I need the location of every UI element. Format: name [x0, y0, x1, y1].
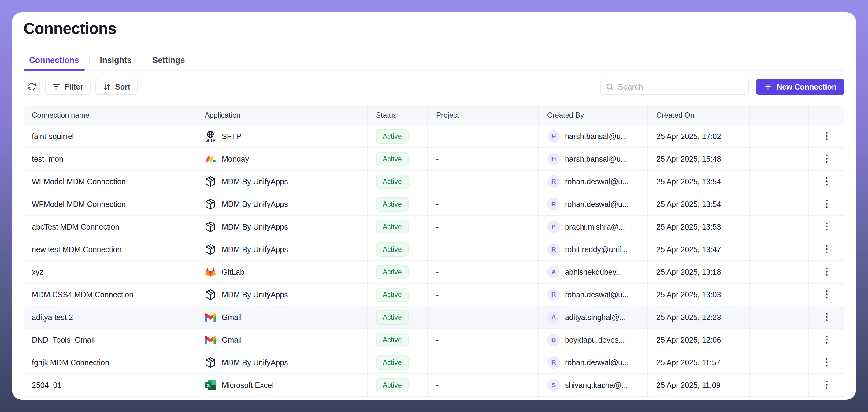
cell-actions: [809, 193, 844, 215]
page-title: Connections: [24, 20, 844, 38]
row-actions-button[interactable]: [819, 219, 834, 234]
created-on-value: 25 Apr 2025, 12:06: [656, 336, 721, 344]
application-name: MDM By UnifyApps: [222, 177, 288, 186]
avatar: P: [547, 220, 560, 233]
status-badge: Active: [376, 310, 409, 324]
cell-actions: [809, 171, 844, 193]
status-badge: Active: [376, 152, 409, 166]
table-row[interactable]: WFModel MDM Connection MDM By UnifyApps …: [24, 171, 844, 193]
cell-connection-name: 2504_01: [24, 374, 196, 396]
application-name: Microsoft Excel: [222, 381, 273, 390]
kebab-icon: [822, 131, 832, 142]
row-actions-button[interactable]: [819, 197, 834, 212]
avatar: R: [547, 356, 560, 369]
cell-empty: [750, 351, 809, 374]
created-on-value: 25 Apr 2025, 13:54: [656, 200, 721, 209]
tab-connections[interactable]: Connections: [24, 50, 85, 70]
cell-created-on: 25 Apr 2025, 13:53: [648, 216, 750, 238]
created-by-email: rohan.deswal@u...: [565, 358, 629, 367]
row-actions-button[interactable]: [819, 287, 834, 302]
tab-insights[interactable]: Insights: [94, 50, 137, 70]
created-by-email: rohan.deswal@u...: [565, 290, 629, 299]
connection-name: WFModel MDM Connection: [32, 200, 126, 209]
status-badge: Active: [376, 378, 409, 392]
cell-empty: [750, 261, 809, 283]
created-by-email: aditya.singhal@...: [565, 313, 626, 322]
table-row[interactable]: WFModel MDM Connection MDM By UnifyApps …: [24, 193, 844, 216]
cell-created-on: 25 Apr 2025, 11:57: [648, 351, 750, 374]
tab-settings[interactable]: Settings: [147, 50, 190, 70]
cell-created-on: 25 Apr 2025, 15:48: [648, 148, 750, 170]
table-row[interactable]: test_mon Monday Active - Hharsh.bansal@u…: [24, 148, 844, 171]
connection-name: new test MDM Connection: [32, 245, 121, 254]
table-row[interactable]: DND_Tools_Gmail Gmail Active - Bboyidapu…: [24, 329, 844, 351]
filter-button[interactable]: Filter: [45, 78, 91, 95]
row-actions-button[interactable]: [819, 377, 834, 393]
application-name: Gmail: [222, 336, 242, 344]
cell-created-by: Rrohan.deswal@u...: [539, 284, 648, 306]
table-row[interactable]: MDM CSS4 MDM Connection MDM By UnifyApps…: [24, 284, 844, 306]
col-connection-name: Connection name: [24, 105, 196, 125]
avatar: R: [547, 175, 560, 188]
table-row[interactable]: faint-squirrel SFTPSFTP Active - Hharsh.…: [24, 125, 844, 148]
cell-created-by: Rrohit.reddy@unif...: [539, 238, 648, 261]
kebab-icon: [822, 357, 832, 368]
created-by-email: rohan.deswal@u...: [565, 200, 629, 209]
kebab-icon: [822, 221, 832, 233]
created-by-email: abhishekdubey...: [565, 268, 622, 277]
row-actions-button[interactable]: [819, 355, 834, 370]
cell-project: -: [428, 193, 539, 215]
application-name: MDM By UnifyApps: [222, 358, 288, 367]
row-actions-button[interactable]: [819, 332, 834, 347]
cell-status: Active: [368, 193, 428, 215]
cell-created-on: 25 Apr 2025, 11:09: [648, 374, 750, 396]
table-row[interactable]: new test MDM Connection MDM By UnifyApps…: [24, 238, 844, 261]
row-actions-button[interactable]: [819, 129, 834, 144]
created-on-value: 25 Apr 2025, 17:02: [656, 132, 721, 141]
row-actions-button[interactable]: [819, 151, 834, 167]
application-name: Gmail: [222, 313, 242, 322]
avatar: B: [547, 334, 560, 346]
gmail-icon: [205, 311, 216, 323]
project-value: -: [436, 222, 439, 231]
search-box[interactable]: [600, 78, 749, 95]
table-row[interactable]: 2504_01 XMicrosoft Excel Active - Sshiva…: [24, 374, 844, 397]
cell-actions: [809, 148, 844, 170]
cell-empty: [750, 374, 809, 396]
cell-created-by: Rrohan.deswal@u...: [539, 351, 648, 374]
cell-created-by: Rrohan.deswal@u...: [539, 193, 648, 215]
excel-icon: X: [205, 379, 216, 391]
cell-connection-name: xyz: [24, 261, 196, 283]
tabs: Connections Insights Settings: [24, 50, 844, 71]
cell-connection-name: new test MDM Connection: [24, 238, 196, 261]
status-badge: Active: [376, 197, 409, 211]
cell-project: -: [428, 306, 539, 328]
table-row[interactable]: aditya test 2 Gmail Active - Aaditya.sin…: [24, 306, 844, 329]
gmail-icon: [205, 334, 216, 346]
cell-actions: [809, 261, 844, 283]
created-on-value: 25 Apr 2025, 12:23: [656, 313, 721, 322]
cell-created-by: Bboyidapu.deves...: [539, 329, 648, 351]
table-row[interactable]: xyz GitLab Active - Aabhishekdubey... 25…: [24, 261, 844, 284]
table-row[interactable]: fghjk MDM Connection MDM By UnifyApps Ac…: [24, 351, 844, 374]
connection-name: fghjk MDM Connection: [32, 358, 109, 367]
refresh-button[interactable]: [24, 78, 40, 95]
row-actions-button[interactable]: [819, 310, 834, 325]
row-actions-button[interactable]: [819, 242, 834, 257]
cell-empty: [750, 284, 809, 306]
avatar: H: [547, 130, 560, 143]
project-value: -: [436, 268, 439, 277]
cell-application: Monday: [196, 148, 368, 170]
sort-button[interactable]: Sort: [95, 78, 137, 95]
table-row[interactable]: abcTest MDM Connection MDM By UnifyApps …: [24, 216, 844, 238]
application-name: MDM By UnifyApps: [222, 245, 288, 254]
search-input[interactable]: [618, 82, 744, 92]
avatar: H: [547, 152, 560, 165]
new-connection-button[interactable]: New Connection: [756, 78, 844, 95]
mdm-icon: [205, 221, 216, 233]
cell-project: -: [428, 329, 539, 351]
row-actions-button[interactable]: [819, 264, 834, 280]
mdm-icon: [205, 198, 216, 210]
sort-label: Sort: [115, 82, 130, 91]
row-actions-button[interactable]: [819, 174, 834, 189]
